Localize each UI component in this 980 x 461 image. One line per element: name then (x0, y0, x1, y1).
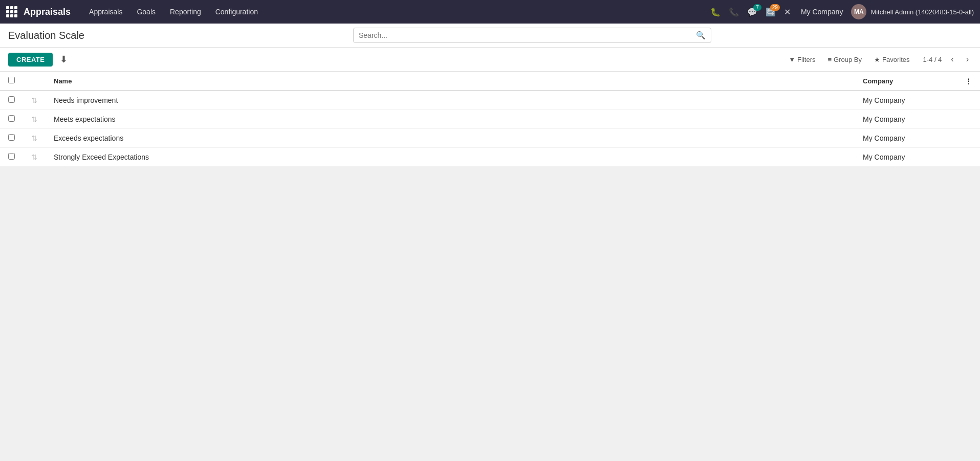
favorites-button[interactable]: ★ Favorites (871, 54, 912, 65)
activity-icon[interactable]: 🔄 29 (764, 5, 778, 19)
row-company: My Company (855, 148, 957, 167)
row-checkbox[interactable] (8, 153, 15, 160)
phone-icon[interactable]: 📞 (727, 5, 741, 19)
nav-goals[interactable]: Goals (130, 5, 162, 19)
app-name[interactable]: Appraisals (24, 7, 71, 17)
drag-handle-icon[interactable]: ⇅ (31, 134, 37, 142)
search-icon[interactable]: 🔍 (696, 31, 706, 40)
activity-badge: 29 (770, 4, 780, 11)
topnav-right: 🐛 📞 💬 7 🔄 29 ✕ My Company MA Mitchell Ad… (708, 4, 974, 19)
bug-icon[interactable]: 🐛 (708, 5, 723, 19)
search-input[interactable] (359, 31, 696, 39)
row-name[interactable]: Exceeds expectations (46, 129, 855, 148)
row-company: My Company (855, 129, 957, 148)
table-row: ⇅ Needs improvement My Company (0, 91, 980, 110)
messages-icon[interactable]: 💬 7 (745, 5, 759, 19)
groupby-label: Group By (834, 56, 862, 63)
avatar: MA (851, 4, 866, 19)
row-checkbox[interactable] (8, 96, 15, 103)
evaluation-scale-table: Name Company ⋮ ⇅ Needs improvement My Co… (0, 72, 980, 167)
row-checkbox[interactable] (8, 134, 15, 141)
company-column-header[interactable]: Company (855, 72, 957, 91)
star-icon: ★ (874, 56, 880, 63)
company-selector[interactable]: My Company (797, 8, 847, 16)
select-all-checkbox[interactable] (8, 77, 15, 83)
filters-label: Filters (797, 56, 815, 63)
top-navigation: Appraisals Appraisals Goals Reporting Co… (0, 0, 980, 24)
table-row: ⇅ Exceeds expectations My Company (0, 129, 980, 148)
nav-configuration[interactable]: Configuration (209, 5, 264, 19)
pagination-info: 1-4 / 4 (923, 56, 942, 63)
toolbar: CREATE ⬇ ▼ Filters ≡ Group By ★ Favorite… (0, 48, 980, 72)
drag-handle-icon[interactable]: ⇅ (31, 96, 37, 104)
row-checkbox-cell[interactable] (0, 110, 23, 129)
close-icon[interactable]: ✕ (782, 5, 793, 19)
favorites-label: Favorites (882, 56, 909, 63)
table-row: ⇅ Meets expectations My Company (0, 110, 980, 129)
name-column-header[interactable]: Name (46, 72, 855, 91)
row-actions (957, 91, 980, 110)
row-actions (957, 110, 980, 129)
user-menu[interactable]: MA Mitchell Admin (14020483-15-0-all) (851, 4, 974, 19)
more-options-header[interactable]: ⋮ (957, 72, 980, 91)
nav-appraisals[interactable]: Appraisals (83, 5, 128, 19)
table-row: ⇅ Strongly Exceed Expectations My Compan… (0, 148, 980, 167)
table-container: Name Company ⋮ ⇅ Needs improvement My Co… (0, 72, 980, 167)
user-name: Mitchell Admin (14020483-15-0-all) (870, 8, 974, 16)
groupby-icon: ≡ (828, 56, 832, 63)
nav-reporting[interactable]: Reporting (164, 5, 207, 19)
row-company: My Company (855, 110, 957, 129)
filter-icon: ▼ (789, 56, 795, 63)
apps-grid-icon[interactable] (6, 6, 17, 17)
table-body: ⇅ Needs improvement My Company ⇅ Meets e… (0, 91, 980, 167)
row-checkbox-cell[interactable] (0, 91, 23, 110)
create-button[interactable]: CREATE (8, 53, 53, 67)
top-menu: Appraisals Goals Reporting Configuration (83, 5, 708, 19)
row-checkbox-cell[interactable] (0, 148, 23, 167)
drag-handle-icon[interactable]: ⇅ (31, 153, 37, 161)
drag-handle-cell[interactable]: ⇅ (23, 129, 46, 148)
groupby-button[interactable]: ≡ Group By (825, 54, 865, 65)
drag-handle-cell[interactable]: ⇅ (23, 110, 46, 129)
table-header-row: Name Company ⋮ (0, 72, 980, 91)
drag-handle-cell[interactable]: ⇅ (23, 91, 46, 110)
toolbar-right: ▼ Filters ≡ Group By ★ Favorites 1-4 / 4… (786, 54, 972, 65)
empty-content-area (0, 167, 980, 461)
row-name[interactable]: Strongly Exceed Expectations (46, 148, 855, 167)
row-actions (957, 148, 980, 167)
row-name[interactable]: Needs improvement (46, 91, 855, 110)
row-checkbox[interactable] (8, 115, 15, 122)
drag-handle-icon[interactable]: ⇅ (31, 115, 37, 123)
row-checkbox-cell[interactable] (0, 129, 23, 148)
pagination-prev-button[interactable]: ‹ (948, 54, 956, 65)
page-title: Evaluation Scale (8, 30, 93, 41)
pagination-next-button[interactable]: › (963, 54, 972, 65)
messages-badge: 7 (753, 4, 761, 11)
select-all-checkbox-header[interactable] (0, 72, 23, 91)
toolbar-left: CREATE ⬇ (8, 52, 71, 67)
drag-handle-cell[interactable]: ⇅ (23, 148, 46, 167)
filters-button[interactable]: ▼ Filters (786, 54, 818, 65)
row-actions (957, 129, 980, 148)
row-name[interactable]: Meets expectations (46, 110, 855, 129)
row-company: My Company (855, 91, 957, 110)
drag-column-header (23, 72, 46, 91)
search-bar: Evaluation Scale 🔍 (0, 24, 980, 48)
download-button[interactable]: ⬇ (57, 52, 71, 67)
